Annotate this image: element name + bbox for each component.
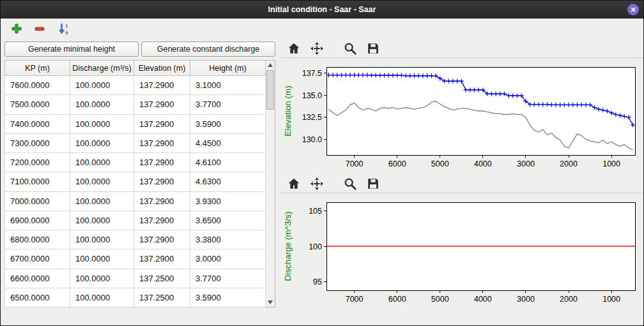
x-tick-label: 7000 xyxy=(346,159,364,168)
y-tick-label: 137.5 xyxy=(302,69,322,78)
table-cell[interactable]: 4.6100 xyxy=(190,153,266,172)
y-tick-label: 105 xyxy=(309,207,322,216)
initial-condition-table[interactable]: KP (m)Discharge (m³/s)Elevation (m)Heigh… xyxy=(4,60,266,307)
table-cell[interactable]: 3.5900 xyxy=(190,288,266,307)
status-area xyxy=(1,314,643,325)
table-scrollbar[interactable] xyxy=(266,60,275,307)
table-cell[interactable]: 100.0000 xyxy=(70,191,134,211)
titlebar[interactable]: Initial condition - Saar - Saar ✕ xyxy=(1,1,643,19)
generate-constant-discharge-button[interactable]: Generate constant discharge xyxy=(141,41,275,57)
scroll-up-button[interactable] xyxy=(266,61,275,70)
table-cell[interactable]: 6600.0000 xyxy=(5,269,70,288)
sort-rows-button[interactable]: 1 9 xyxy=(56,21,71,36)
table-cell[interactable]: 7300.0000 xyxy=(5,133,70,152)
table-cell[interactable]: 137.2900 xyxy=(134,76,190,95)
table-cell[interactable]: 100.0000 xyxy=(70,211,134,230)
y-tick-label: 130.0 xyxy=(302,135,322,144)
table-cell[interactable]: 137.2900 xyxy=(134,133,190,152)
add-row-button[interactable] xyxy=(10,22,24,36)
table-cell[interactable]: 3.7700 xyxy=(190,95,266,114)
table-cell[interactable]: 3.1000 xyxy=(190,76,266,95)
table-cell[interactable]: 4.6300 xyxy=(190,172,266,191)
table-cell[interactable]: 100.0000 xyxy=(70,76,134,95)
elevation-chart-toolbar xyxy=(280,39,643,58)
home-button[interactable] xyxy=(286,175,302,192)
table-row: 7200.0000100.0000137.29004.6100 xyxy=(5,153,266,172)
column-header[interactable]: Discharge (m³/s) xyxy=(70,61,134,76)
table-cell[interactable]: 137.2900 xyxy=(134,249,190,269)
table-cell[interactable]: 137.2900 xyxy=(134,211,190,230)
y-tick-label: 132.5 xyxy=(302,113,322,122)
initial-condition-panel: Generate minimal height Generate constan… xyxy=(1,39,277,314)
table-cell[interactable]: 137.2900 xyxy=(134,114,190,133)
zoom-icon xyxy=(343,41,357,56)
table-cell[interactable]: 3.9300 xyxy=(190,191,266,211)
home-button[interactable] xyxy=(286,40,302,57)
table-cell[interactable]: 137.2900 xyxy=(134,172,190,191)
table-cell[interactable]: 3.5900 xyxy=(190,114,266,133)
table-cell[interactable]: 137.2900 xyxy=(134,95,190,114)
column-header[interactable]: Height (m) xyxy=(190,61,266,76)
table-row: 7000.0000100.0000137.29003.9300 xyxy=(5,191,266,211)
scrollbar-thumb[interactable] xyxy=(266,70,274,110)
table-cell[interactable]: 137.2500 xyxy=(134,288,190,307)
save-button[interactable] xyxy=(365,40,381,57)
pan-button[interactable] xyxy=(309,175,325,192)
pan-button[interactable] xyxy=(309,40,325,57)
save-button[interactable] xyxy=(365,175,381,192)
table-cell[interactable]: 100.0000 xyxy=(70,172,134,191)
table-cell[interactable]: 6800.0000 xyxy=(5,230,70,249)
generate-minimal-height-button[interactable]: Generate minimal height xyxy=(4,41,139,57)
up-arrow-icon xyxy=(268,63,273,67)
zoom-button[interactable] xyxy=(342,175,358,192)
table-cell[interactable]: 7500.0000 xyxy=(5,95,70,114)
table-cell[interactable]: 7200.0000 xyxy=(5,153,70,172)
table-row: 6800.0000100.0000137.29003.3800 xyxy=(5,230,266,249)
table-cell[interactable]: 6900.0000 xyxy=(5,211,70,230)
close-icon: ✕ xyxy=(630,6,636,13)
table-cell[interactable]: 100.0000 xyxy=(70,153,134,172)
table-cell[interactable]: 100.0000 xyxy=(70,114,134,133)
table-row: 7500.0000100.0000137.29003.7700 xyxy=(5,95,266,114)
table-header-row: KP (m)Discharge (m³/s)Elevation (m)Heigh… xyxy=(5,61,266,76)
y-tick-label: 100 xyxy=(309,242,322,251)
table-cell[interactable]: 3.3800 xyxy=(190,230,266,249)
table-cell[interactable]: 137.2900 xyxy=(134,230,190,249)
table-cell[interactable]: 100.0000 xyxy=(70,133,134,152)
x-tick-label: 1000 xyxy=(602,159,620,168)
elevation-chart: 7000600050004000300020001000137.5135.013… xyxy=(280,59,641,174)
table-cell[interactable]: 7000.0000 xyxy=(5,191,70,211)
svg-text:9: 9 xyxy=(65,30,68,35)
y-axis-label: Elevation (m) xyxy=(283,85,293,137)
table-cell[interactable]: 6500.0000 xyxy=(5,288,70,307)
table-cell[interactable]: 3.6500 xyxy=(190,211,266,230)
column-header[interactable]: KP (m) xyxy=(5,61,70,76)
table-cell[interactable]: 100.0000 xyxy=(70,95,134,114)
home-icon xyxy=(287,177,301,191)
table-cell[interactable]: 7100.0000 xyxy=(5,172,70,191)
close-button[interactable]: ✕ xyxy=(627,4,639,15)
table-cell[interactable]: 4.4500 xyxy=(190,133,266,152)
table-cell[interactable]: 7400.0000 xyxy=(5,114,70,133)
x-tick-label: 2000 xyxy=(560,159,578,168)
window-title: Initial condition - Saar - Saar xyxy=(268,5,376,14)
table-cell[interactable]: 137.2900 xyxy=(134,153,190,172)
table-cell[interactable]: 3.7700 xyxy=(190,269,266,288)
table-cell[interactable]: 100.0000 xyxy=(70,249,134,269)
table-row: 6500.0000100.0000137.25003.5900 xyxy=(5,288,266,307)
table-cell[interactable]: 137.2900 xyxy=(134,191,190,211)
table-cell[interactable]: 100.0000 xyxy=(70,230,134,249)
main-toolbar: 1 9 xyxy=(1,19,643,39)
table-cell[interactable]: 3.0000 xyxy=(190,249,266,269)
table-cell[interactable]: 6700.0000 xyxy=(5,249,70,269)
column-header[interactable]: Elevation (m) xyxy=(134,61,190,76)
table-cell[interactable]: 7600.0000 xyxy=(5,76,70,95)
table-cell[interactable]: 100.0000 xyxy=(70,269,134,288)
table-row: 7400.0000100.0000137.29003.5900 xyxy=(5,114,266,133)
zoom-button[interactable] xyxy=(342,40,358,57)
table-cell[interactable]: 137.2500 xyxy=(134,269,190,288)
scroll-down-button[interactable] xyxy=(266,298,275,307)
x-tick-label: 1000 xyxy=(602,295,620,304)
table-cell[interactable]: 100.0000 xyxy=(70,288,134,307)
remove-row-button[interactable] xyxy=(33,22,47,36)
